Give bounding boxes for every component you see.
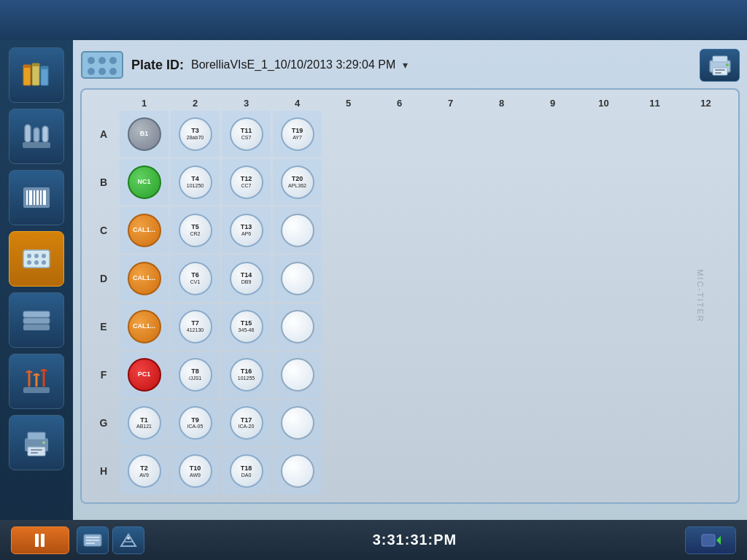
well-H2[interactable]: T10AW9 <box>179 454 212 488</box>
well-C1[interactable]: CAL1... <box>128 214 161 247</box>
plate-header-icon <box>80 47 124 82</box>
well-F7-empty <box>434 358 468 392</box>
well-G1[interactable]: T1AB121 <box>128 406 161 440</box>
print-button[interactable] <box>700 49 740 82</box>
svg-rect-15 <box>40 190 42 205</box>
svg-point-20 <box>42 254 46 258</box>
sidebar-item-plate[interactable] <box>9 231 64 287</box>
sidebar-item-printer[interactable] <box>9 415 64 470</box>
watermark: MIC-TITER <box>696 269 705 323</box>
well-D2[interactable]: T6CV1 <box>179 262 212 295</box>
well-label-D3: T14 <box>241 272 252 279</box>
well-C8-empty <box>485 214 519 247</box>
well-B2[interactable]: T4101250 <box>179 166 212 199</box>
bottom-tools <box>77 526 144 554</box>
sidebar-item-stack[interactable] <box>9 292 64 348</box>
well-label-G2: T9 <box>191 417 199 424</box>
well-G3[interactable]: T17ICA-20 <box>230 406 263 440</box>
well-A4[interactable]: T19AY7 <box>281 117 314 151</box>
well-F3[interactable]: T16101255 <box>230 358 263 392</box>
well-label-B2: T4 <box>191 176 199 183</box>
well-sublabel-F3: 101255 <box>238 376 255 381</box>
well-G12-empty <box>689 406 723 440</box>
well-C9-empty <box>536 214 570 247</box>
well-D10-empty <box>587 262 621 295</box>
well-A1[interactable]: B1 <box>128 117 161 151</box>
svg-point-41 <box>88 68 95 75</box>
well-H4[interactable] <box>281 454 314 488</box>
col-header-8: 8 <box>477 98 526 109</box>
sidebar-item-books[interactable] <box>9 47 64 103</box>
plate-id-value[interactable]: BorelliaVIsE_1_10/10/2013 3:29:04 PM <box>191 58 395 71</box>
well-C4[interactable] <box>281 214 314 247</box>
stack-icon <box>20 304 53 336</box>
svg-point-36 <box>42 441 45 444</box>
svg-rect-4 <box>32 63 39 66</box>
well-B7-empty <box>434 166 468 199</box>
well-E8-empty <box>485 310 519 343</box>
well-E1[interactable]: CAL1... <box>128 310 161 343</box>
well-C2[interactable]: T5CR2 <box>179 214 212 247</box>
well-sublabel-E2: 412130 <box>187 327 204 333</box>
well-H3[interactable]: T18DA0 <box>230 454 263 488</box>
time-display: 3:31:31:PM <box>373 532 457 548</box>
sidebar-item-heat[interactable] <box>9 354 64 409</box>
well-D3[interactable]: T14DB9 <box>230 262 263 295</box>
well-E4[interactable] <box>281 310 314 343</box>
col-header-1: 1 <box>120 98 169 109</box>
well-B11-empty <box>638 166 672 199</box>
well-A7-empty <box>434 117 468 151</box>
sidebar-item-barcodes[interactable] <box>9 170 64 225</box>
well-F12-empty <box>689 358 723 392</box>
svg-rect-1 <box>32 63 39 85</box>
well-G11-empty <box>638 406 672 440</box>
well-B3[interactable]: T12CC7 <box>230 166 263 199</box>
well-G4[interactable] <box>281 406 314 440</box>
well-label-D2: T6 <box>191 272 199 279</box>
well-G9-empty <box>536 406 570 440</box>
pause-button[interactable] <box>11 526 69 554</box>
well-G2[interactable]: T9ICA-05 <box>179 406 212 440</box>
well-H11-empty <box>638 454 672 488</box>
svg-rect-35 <box>31 452 38 454</box>
well-sublabel-A3: CS7 <box>241 135 252 141</box>
plate-icon <box>20 243 53 275</box>
well-E11-empty <box>638 310 672 343</box>
well-F2[interactable]: T8/JJS1 <box>179 358 212 392</box>
tool-button-2[interactable] <box>112 526 144 554</box>
well-D12-empty <box>689 262 723 295</box>
well-B1[interactable]: NC1 <box>128 166 161 199</box>
svg-point-55 <box>127 537 130 540</box>
row-header-G: G <box>90 400 117 446</box>
well-label-A3: T11 <box>241 128 252 135</box>
svg-rect-48 <box>715 72 721 74</box>
row-header-B: B <box>90 159 117 205</box>
well-A2[interactable]: T328ab70 <box>179 117 212 151</box>
well-H12-empty <box>689 454 723 488</box>
nav-button[interactable] <box>685 526 736 554</box>
well-A12-empty <box>689 117 723 151</box>
well-E2[interactable]: T7412130 <box>179 310 212 343</box>
col-header-3: 3 <box>222 98 271 109</box>
sidebar-item-samples[interactable] <box>9 109 64 164</box>
well-F4[interactable] <box>281 358 314 392</box>
well-H1[interactable]: T2AV9 <box>128 454 161 488</box>
well-F1[interactable]: PC1 <box>128 358 161 392</box>
well-label-E3: T15 <box>241 320 252 327</box>
well-D4[interactable] <box>281 262 314 295</box>
well-B4[interactable]: T20APL362 <box>281 166 314 199</box>
nav-icon <box>700 532 721 549</box>
well-A3[interactable]: T11CS7 <box>230 117 263 151</box>
well-C3[interactable]: T13AP6 <box>230 214 263 247</box>
well-E3[interactable]: T15345-46 <box>230 310 263 343</box>
svg-rect-13 <box>34 190 35 205</box>
well-D1[interactable]: CAL1... <box>128 262 161 295</box>
well-sublabel-B4: APL362 <box>288 183 306 189</box>
tool-button-1[interactable] <box>77 526 109 554</box>
plate-id-dropdown-arrow[interactable]: ▾ <box>403 59 408 71</box>
svg-rect-24 <box>23 324 50 330</box>
main-content: Plate ID: BorelliaVIsE_1_10/10/2013 3:29… <box>73 40 747 520</box>
well-H6-empty <box>383 454 417 488</box>
sidebar <box>0 40 73 520</box>
well-C10-empty <box>587 214 621 247</box>
